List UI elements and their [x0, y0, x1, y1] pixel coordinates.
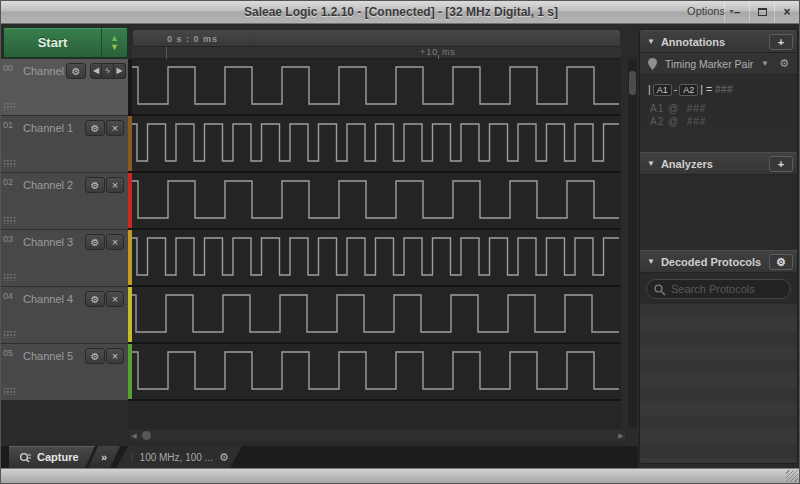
tab-device-settings[interactable]: ┆ 100 MHz, 100 ... ⚙	[116, 446, 242, 468]
scroll-left-icon[interactable]: ◀	[129, 432, 139, 440]
protocol-search-area	[640, 273, 797, 304]
minimize-icon: –	[734, 5, 741, 19]
vertical-scrollbar[interactable]	[628, 59, 637, 428]
analyzers-title: Analyzers	[661, 158, 713, 170]
formula-close: |	[700, 83, 703, 95]
add-annotation-button[interactable]: +	[769, 34, 793, 50]
collapse-triangle-icon: ▼	[647, 37, 655, 46]
decoded-protocols-title: Decoded Protocols	[661, 256, 761, 268]
row-drag-handle-icon[interactable]	[3, 330, 16, 338]
channel-remove-button[interactable]: ×	[106, 234, 124, 250]
channel-row-00[interactable]: 00Channel 0⚙◀ϟ▶	[1, 59, 128, 116]
channel-remove-button[interactable]: ×	[106, 120, 124, 136]
tab-capture-label: Capture	[37, 451, 79, 463]
options-label: Options	[687, 5, 725, 17]
channel-row-05[interactable]: 05Channel 5⚙×	[1, 344, 128, 401]
marker-pair-title: Timing Marker Pair	[665, 58, 753, 70]
channel-number: 01	[3, 120, 13, 130]
waveform-area-empty	[128, 401, 621, 428]
channel-settings-button[interactable]: ⚙	[85, 177, 105, 193]
waveform-row-04[interactable]	[128, 287, 621, 344]
channel-name: Channel 3	[23, 236, 73, 248]
add-analyzer-button[interactable]: +	[769, 156, 793, 172]
annotations-header[interactable]: ▼ Annotations +	[640, 30, 797, 53]
timeline-absolute-bar[interactable]: 0 s : 0 ms	[132, 29, 621, 47]
channel-settings-button[interactable]: ⚙	[85, 120, 105, 136]
channel-number: 03	[3, 234, 13, 244]
waveform-row-05[interactable]	[128, 344, 621, 401]
window-controls: – ×	[724, 2, 799, 22]
row-drag-handle-icon[interactable]	[3, 216, 16, 224]
channel-name: Channel 5	[23, 350, 73, 362]
timeline-tick-major	[166, 47, 167, 59]
row-drag-handle-icon[interactable]	[3, 387, 16, 395]
channel-remove-button[interactable]: ×	[106, 291, 124, 307]
marker-settings-icon[interactable]: ⚙	[779, 57, 789, 70]
marker-delta-value: ###	[715, 83, 733, 95]
marker-a2-row: A2 @ ###	[650, 116, 797, 127]
row-drag-handle-icon[interactable]	[3, 159, 16, 167]
decoded-protocols-header[interactable]: ▼ Decoded Protocols ⚙	[640, 250, 797, 273]
resize-grip-icon[interactable]	[786, 470, 798, 482]
device-settings-gear-icon[interactable]: ⚙	[219, 451, 229, 464]
channel-number: 02	[3, 177, 13, 187]
timeline-relative-bar[interactable]: +10 ms	[132, 47, 621, 59]
analyzers-empty-list	[640, 175, 797, 250]
trigger-rising-edge-button[interactable]: ▶	[114, 63, 126, 79]
marker-collapse-icon[interactable]: ▼	[761, 59, 769, 68]
digital-waveform	[132, 230, 619, 285]
marker-pin-icon	[648, 58, 657, 70]
decoded-protocols-settings-button[interactable]: ⚙	[769, 254, 793, 270]
channel-remove-button[interactable]: ×	[106, 177, 124, 193]
channel-row-04[interactable]: 04Channel 4⚙×	[1, 287, 128, 344]
marker-a1-row: A1 @ ###	[650, 103, 797, 114]
timeline-absolute-label: 0 s : 0 ms	[167, 34, 218, 44]
trigger-falling-edge-button[interactable]: ◀	[90, 63, 102, 79]
tab-capture[interactable]: Capture	[9, 446, 95, 468]
channel-header-column: 00Channel 0⚙◀ϟ▶01Channel 1⚙×02Channel 2⚙…	[1, 59, 128, 401]
window-title: Saleae Logic 1.2.10 - [Connected] - [32 …	[1, 5, 800, 19]
channel-settings-button[interactable]: ⚙	[85, 291, 105, 307]
search-protocols-input[interactable]	[671, 281, 786, 297]
title-bar[interactable]: Saleae Logic 1.2.10 - [Connected] - [32 …	[1, 1, 800, 24]
saleae-logic-window: Saleae Logic 1.2.10 - [Connected] - [32 …	[0, 0, 800, 484]
logic-logo-icon	[19, 451, 32, 464]
protocol-search-box[interactable]	[646, 279, 791, 299]
waveform-area[interactable]	[128, 59, 621, 401]
waveform-row-01[interactable]	[128, 116, 621, 173]
channel-settings-button[interactable]: ⚙	[85, 348, 105, 364]
up-arrow-icon: ▲	[110, 34, 119, 42]
channel-number: 00	[3, 63, 13, 73]
down-arrow-icon: ▼	[110, 43, 119, 51]
start-capture-button[interactable]: Start	[4, 28, 102, 57]
channel-row-01[interactable]: 01Channel 1⚙×	[1, 116, 128, 173]
panel-spacer	[640, 135, 797, 152]
digital-waveform	[132, 287, 619, 342]
analyzers-header[interactable]: ▼ Analyzers +	[640, 152, 797, 175]
row-drag-handle-icon[interactable]	[3, 273, 16, 281]
tab-device-label: 100 MHz, 100 ...	[140, 452, 213, 463]
status-bar	[1, 468, 800, 484]
channel-row-02[interactable]: 02Channel 2⚙×	[1, 173, 128, 230]
scroll-right-icon[interactable]: ▶	[616, 432, 626, 440]
search-icon	[654, 284, 666, 296]
close-button[interactable]: ×	[774, 2, 799, 22]
trigger-pulse-button[interactable]: ϟ	[102, 63, 114, 79]
waveform-row-00[interactable]	[128, 59, 621, 116]
channel-row-03[interactable]: 03Channel 3⚙×	[1, 230, 128, 287]
minimize-button[interactable]: –	[724, 2, 749, 22]
vertical-scroll-thumb[interactable]	[629, 71, 636, 95]
waveform-row-03[interactable]	[128, 230, 621, 287]
collapse-triangle-icon: ▼	[647, 257, 655, 266]
horizontal-scroll-thumb[interactable]	[142, 431, 151, 440]
horizontal-scrollbar[interactable]: ◀ ▶	[128, 429, 627, 442]
capture-mode-dropdown[interactable]: ▲ ▼	[102, 28, 127, 57]
timing-marker-pair-row[interactable]: Timing Marker Pair ▼ ⚙	[640, 53, 797, 75]
channel-name: Channel 4	[23, 293, 73, 305]
maximize-button[interactable]	[749, 2, 774, 22]
row-drag-handle-icon[interactable]	[3, 102, 16, 110]
channel-settings-button[interactable]: ⚙	[66, 63, 86, 79]
waveform-row-02[interactable]	[128, 173, 621, 230]
channel-remove-button[interactable]: ×	[106, 348, 124, 364]
channel-settings-button[interactable]: ⚙	[85, 234, 105, 250]
